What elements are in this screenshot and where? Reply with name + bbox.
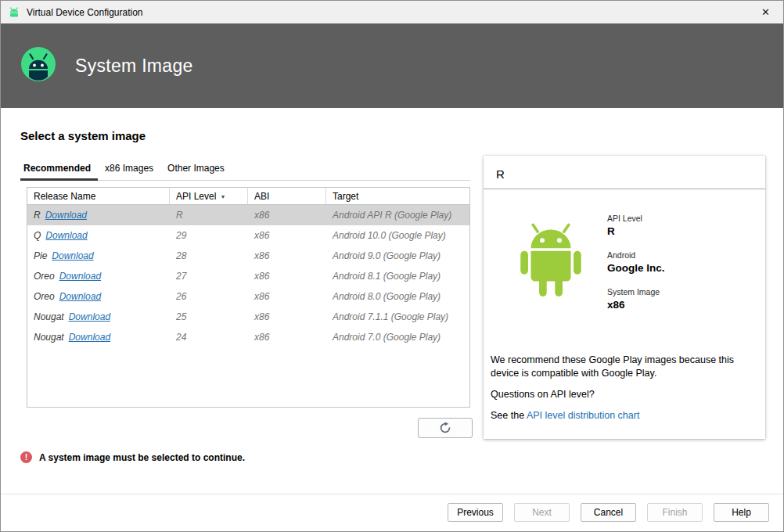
api-level-cell: 28 [170, 250, 248, 261]
table-row[interactable]: OreoDownload26x86Android 8.0 (Google Pla… [27, 286, 469, 307]
target-cell: Android 10.0 (Google Play) [326, 230, 469, 241]
detail-title: R [496, 167, 753, 181]
column-label: Release Name [34, 191, 95, 202]
tab-x86-images[interactable]: x86 Images [98, 159, 160, 181]
field-label: API Level [607, 214, 665, 223]
download-link[interactable]: Download [69, 332, 110, 343]
abi-cell: x86 [248, 271, 326, 282]
recommendation-text: We recommend these Google Play images be… [491, 354, 758, 379]
api-level-cell: 27 [170, 271, 248, 282]
download-link[interactable]: Download [45, 230, 87, 241]
release-name: Q [34, 230, 41, 241]
release-cell: QDownload [27, 230, 170, 241]
refresh-icon [439, 422, 451, 434]
footer-bar: PreviousNextCancelFinishHelp [1, 494, 783, 531]
abi-cell: x86 [248, 311, 326, 322]
detail-separator: R [484, 156, 765, 189]
abi-cell: x86 [248, 230, 326, 241]
android-logo-icon [8, 6, 20, 19]
target-cell: Android 8.0 (Google Play) [326, 291, 469, 302]
table-header-row: Release NameAPI Level▼ABITarget [27, 188, 469, 205]
header-banner: System Image [1, 23, 783, 108]
tab-recommended[interactable]: Recommended [20, 159, 98, 181]
help-button[interactable]: Help [714, 503, 769, 522]
previous-button[interactable]: Previous [448, 503, 503, 522]
next-button[interactable]: Next [514, 503, 570, 522]
table-body: RDownloadRx86Android API R (Google Play)… [27, 205, 469, 347]
download-link[interactable]: Download [69, 311, 110, 322]
close-button[interactable]: ✕ [748, 1, 783, 23]
section-heading: Select a system image [20, 129, 146, 142]
download-link[interactable]: Download [45, 210, 87, 221]
field-label: Android [607, 250, 665, 260]
detail-panel: R AP [484, 156, 765, 439]
title-bar: Virtual Device Configuration ✕ [1, 1, 783, 23]
column-label: API Level [176, 191, 216, 202]
download-link[interactable]: Download [59, 271, 101, 282]
virtual-device-configuration-dialog: Virtual Device Configuration ✕ System Im… [0, 0, 784, 532]
refresh-button[interactable] [418, 418, 473, 438]
see-the-text: See the [491, 410, 527, 421]
column-header-abi[interactable]: ABI [248, 188, 326, 204]
column-header-target[interactable]: Target [326, 188, 469, 204]
field-value: R [607, 225, 665, 237]
abi-cell: x86 [248, 332, 326, 343]
target-cell: Android 8.1 (Google Play) [326, 271, 469, 282]
error-row: ! A system image must be selected to con… [20, 451, 245, 463]
release-name: Nougat [34, 311, 64, 322]
detail-fields: API LevelRAndroidGoogle Inc.System Image… [607, 214, 665, 324]
table-row[interactable]: RDownloadRx86Android API R (Google Play) [27, 205, 469, 225]
api-level-cell: 29 [170, 230, 248, 241]
column-label: ABI [254, 191, 269, 202]
release-cell: OreoDownload [27, 291, 170, 302]
column-header-api-level[interactable]: API Level▼ [170, 188, 248, 204]
api-distribution-link[interactable]: API level distribution chart [527, 410, 640, 421]
api-level-cell: 25 [170, 311, 248, 322]
api-level-cell: 24 [170, 332, 248, 343]
column-header-release-name[interactable]: Release Name [27, 188, 170, 204]
release-cell: NougatDownload [27, 332, 170, 343]
column-label: Target [333, 191, 358, 202]
table-row[interactable]: NougatDownload24x86Android 7.0 (Google P… [27, 327, 469, 347]
abi-cell: x86 [248, 250, 326, 261]
detail-field: System Imagex86 [607, 287, 665, 311]
system-image-table: Release NameAPI Level▼ABITarget RDownloa… [27, 187, 470, 408]
release-cell: PieDownload [27, 250, 170, 261]
release-name: Oreo [34, 271, 55, 282]
table-row[interactable]: QDownload29x86Android 10.0 (Google Play) [27, 225, 469, 246]
api-question-text: Questions on API level? [491, 389, 595, 400]
table-row[interactable]: PieDownload28x86Android 9.0 (Google Play… [27, 246, 469, 266]
table-row[interactable]: OreoDownload27x86Android 8.1 (Google Pla… [27, 266, 469, 286]
target-cell: Android 7.0 (Google Play) [326, 332, 469, 343]
detail-field: API LevelR [607, 214, 665, 237]
field-value: Google Inc. [607, 262, 665, 274]
sort-arrow-icon: ▼ [220, 194, 225, 200]
error-icon: ! [20, 451, 32, 463]
target-cell: Android API R (Google Play) [326, 210, 469, 221]
field-value: x86 [607, 299, 665, 311]
download-link[interactable]: Download [59, 291, 101, 302]
field-label: System Image [607, 287, 665, 297]
detail-content: API LevelRAndroidGoogle Inc.System Image… [484, 189, 765, 438]
system-image-icon [20, 45, 57, 86]
error-message: A system image must be selected to conti… [39, 452, 245, 463]
tab-other-images[interactable]: Other Images [160, 159, 232, 181]
api-level-cell: 26 [170, 291, 248, 302]
target-cell: Android 7.1.1 (Google Play) [326, 311, 469, 322]
release-name: R [34, 210, 41, 221]
release-name: Oreo [34, 291, 55, 302]
tab-strip: Recommendedx86 ImagesOther Images [20, 159, 470, 181]
footer-buttons: PreviousNextCancelFinishHelp [448, 503, 769, 522]
finish-button[interactable]: Finish [647, 503, 703, 522]
detail-field: AndroidGoogle Inc. [607, 250, 665, 274]
cancel-button[interactable]: Cancel [581, 503, 636, 522]
release-name: Nougat [34, 332, 64, 343]
table-row[interactable]: NougatDownload25x86Android 7.1.1 (Google… [27, 307, 469, 327]
abi-cell: x86 [248, 210, 326, 221]
download-link[interactable]: Download [52, 250, 93, 261]
release-cell: NougatDownload [27, 311, 170, 322]
abi-cell: x86 [248, 291, 326, 302]
window-title: Virtual Device Configuration [27, 7, 143, 18]
page-title: System Image [75, 56, 193, 77]
target-cell: Android 9.0 (Google Play) [326, 250, 469, 261]
